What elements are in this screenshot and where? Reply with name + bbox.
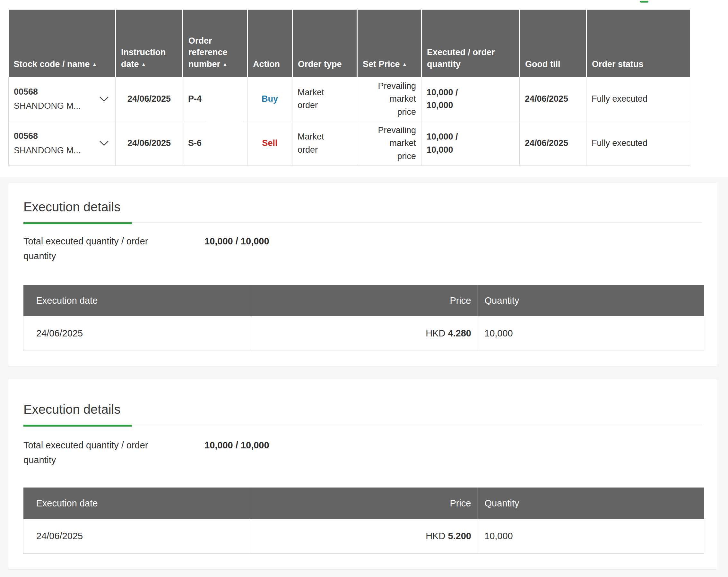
- set-price-cell: Prevailing market price: [357, 77, 421, 121]
- order-type-cell: Market order: [292, 77, 357, 121]
- column-header-label: Stock code / name: [14, 59, 90, 69]
- column-header-price: Price: [251, 488, 478, 519]
- expand-row-button[interactable]: [98, 95, 110, 103]
- orders-header-row: Stock code / name▲ Instruction date▲ Ord…: [9, 10, 690, 77]
- total-quantity-value: 10,000 / 10,000: [205, 234, 269, 249]
- good-till-cell: 24/06/2025: [520, 77, 587, 121]
- stock-code: 00568: [14, 129, 81, 143]
- column-header-label: Action: [253, 59, 280, 69]
- stray-green-mark: [640, 1, 648, 3]
- execution-table: Execution date Price Quantity 24/06/2025…: [23, 285, 704, 351]
- execution-price-cell: HKD 4.280: [251, 316, 478, 351]
- sort-ascending-icon: ▲: [223, 62, 228, 67]
- column-header-label: Executed / order quantity: [427, 48, 495, 68]
- execution-quantity-cell: 10,000: [478, 519, 704, 553]
- stock-cell: 00568 SHANDONG M...: [9, 77, 115, 121]
- green-accent-underline: [23, 222, 132, 224]
- currency-code: HKD: [426, 328, 445, 338]
- sort-ascending-icon: ▲: [141, 62, 146, 67]
- currency-code: HKD: [426, 531, 445, 541]
- section-title: Execution details: [23, 402, 702, 425]
- executed-quantity-cell: 10,000 / 10,000: [421, 121, 520, 165]
- stock-cell: 00568 SHANDONG M...: [9, 121, 115, 165]
- set-price-cell: Prevailing market price: [357, 121, 421, 165]
- total-quantity-value: 10,000 / 10,000: [205, 438, 269, 452]
- order-status-cell: Fully executed: [587, 121, 690, 165]
- stock-name: SHANDONG M...: [14, 143, 81, 158]
- order-row-sell: 00568 SHANDONG M... 24/06/2025 S-6 Sell …: [9, 121, 690, 165]
- chevron-down-icon: [99, 140, 109, 146]
- good-till-cell: 24/06/2025: [520, 121, 587, 165]
- order-status-cell: Fully executed: [587, 77, 690, 121]
- section-title: Execution details: [23, 199, 702, 223]
- column-header-action: Action: [248, 10, 292, 77]
- orders-table: Stock code / name▲ Instruction date▲ Ord…: [8, 10, 690, 166]
- execution-header-row: Execution date Price Quantity: [23, 488, 704, 519]
- executed-quantity-cell: 10,000 / 10,000: [421, 77, 520, 121]
- sort-ascending-icon: ▲: [402, 62, 407, 67]
- execution-header-row: Execution date Price Quantity: [23, 285, 704, 316]
- column-header-quantity: Quantity: [478, 285, 704, 316]
- action-cell: Buy: [248, 77, 292, 121]
- column-header-order-reference[interactable]: Order reference number▲: [183, 10, 248, 77]
- column-header-instruction-date[interactable]: Instruction date▲: [115, 10, 183, 77]
- total-quantity-label: Total executed quantity / order quantity: [23, 438, 178, 467]
- execution-date-cell: 24/06/2025: [23, 519, 251, 553]
- redaction-overlay: [206, 94, 243, 148]
- section-heading-block: Execution details: [23, 402, 702, 425]
- action-cell: Sell: [248, 121, 292, 165]
- column-header-order-status: Order status: [587, 10, 690, 77]
- total-quantity-label: Total executed quantity / order quantity: [23, 234, 178, 263]
- column-header-label: Good till: [525, 59, 560, 69]
- column-header-good-till: Good till: [520, 10, 587, 77]
- price-value: 5.200: [448, 531, 471, 541]
- column-header-stock-code-name[interactable]: Stock code / name▲: [9, 10, 115, 77]
- execution-quantity-cell: 10,000: [478, 316, 704, 351]
- execution-details-card-2: Execution details Total executed quantit…: [8, 378, 717, 570]
- instruction-date-cell: 24/06/2025: [115, 121, 183, 165]
- column-header-label: Set Price: [363, 59, 400, 69]
- instruction-date-cell: 24/06/2025: [115, 77, 183, 121]
- column-header-label: Order type: [298, 59, 342, 69]
- column-header-execution-date: Execution date: [23, 488, 251, 519]
- order-type-cell: Market order: [292, 121, 357, 165]
- sort-ascending-icon: ▲: [92, 62, 97, 67]
- column-header-label: Order reference number: [188, 36, 228, 69]
- green-accent-underline: [23, 424, 132, 427]
- execution-date-cell: 24/06/2025: [23, 316, 251, 351]
- order-row-buy: 00568 SHANDONG M... 24/06/2025 P-4 Buy M…: [9, 77, 690, 121]
- section-heading-block: Execution details: [23, 199, 702, 223]
- expand-row-button[interactable]: [98, 139, 110, 147]
- execution-row: 24/06/2025 HKD 5.200 10,000: [23, 519, 704, 553]
- execution-row: 24/06/2025 HKD 4.280 10,000: [23, 316, 704, 351]
- chevron-down-icon: [99, 96, 109, 102]
- column-header-label: Order status: [592, 59, 644, 69]
- column-header-price: Price: [251, 285, 478, 316]
- column-header-set-price[interactable]: Set Price▲: [357, 10, 421, 77]
- column-header-order-type: Order type: [292, 10, 357, 77]
- price-value: 4.280: [448, 328, 471, 338]
- column-header-executed-quantity: Executed / order quantity: [421, 10, 520, 77]
- stock-code: 00568: [14, 85, 81, 99]
- execution-details-card-1: Execution details Total executed quantit…: [8, 182, 717, 366]
- column-header-quantity: Quantity: [478, 488, 704, 519]
- stock-name: SHANDONG M...: [14, 99, 81, 113]
- execution-price-cell: HKD 5.200: [251, 519, 478, 553]
- orders-table-container: Stock code / name▲ Instruction date▲ Ord…: [8, 10, 690, 166]
- column-header-execution-date: Execution date: [23, 285, 251, 316]
- execution-table: Execution date Price Quantity 24/06/2025…: [23, 488, 704, 554]
